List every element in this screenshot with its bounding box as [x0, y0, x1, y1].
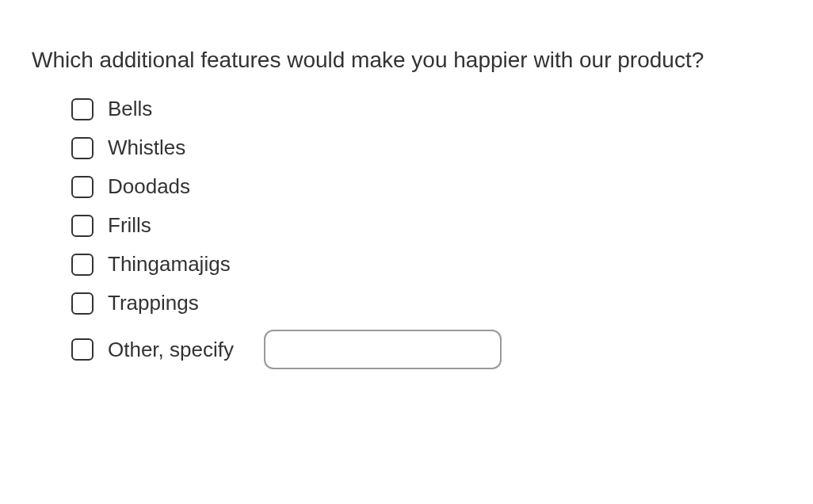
option-whistles-label[interactable]: Whistles: [108, 136, 185, 160]
survey-question: Which additional features would make you…: [32, 48, 781, 73]
option-frills-row: Frills: [71, 213, 781, 238]
option-thingamajigs-label[interactable]: Thingamajigs: [108, 252, 231, 277]
checkbox-thingamajigs[interactable]: [71, 254, 94, 276]
checkbox-bells[interactable]: [71, 98, 94, 120]
option-other-label[interactable]: Other, specify: [108, 338, 234, 362]
option-doodads-label[interactable]: Doodads: [108, 174, 190, 199]
option-bells-row: Bells: [71, 97, 781, 121]
checkbox-trappings[interactable]: [71, 292, 94, 315]
option-other-row: Other, specify: [71, 330, 781, 369]
checkbox-whistles[interactable]: [71, 137, 94, 159]
option-frills-label[interactable]: Frills: [108, 213, 151, 238]
option-bells-label[interactable]: Bells: [108, 97, 152, 121]
options-list: Bells Whistles Doodads Frills Thingamaji…: [32, 97, 781, 369]
option-thingamajigs-row: Thingamajigs: [71, 252, 781, 277]
option-trappings-label[interactable]: Trappings: [108, 291, 199, 315]
checkbox-doodads[interactable]: [71, 176, 94, 198]
option-whistles-row: Whistles: [71, 136, 781, 160]
option-doodads-row: Doodads: [71, 174, 781, 199]
checkbox-frills[interactable]: [71, 215, 94, 237]
checkbox-other[interactable]: [71, 338, 94, 361]
option-trappings-row: Trappings: [71, 291, 781, 315]
other-specify-input[interactable]: [264, 330, 502, 369]
